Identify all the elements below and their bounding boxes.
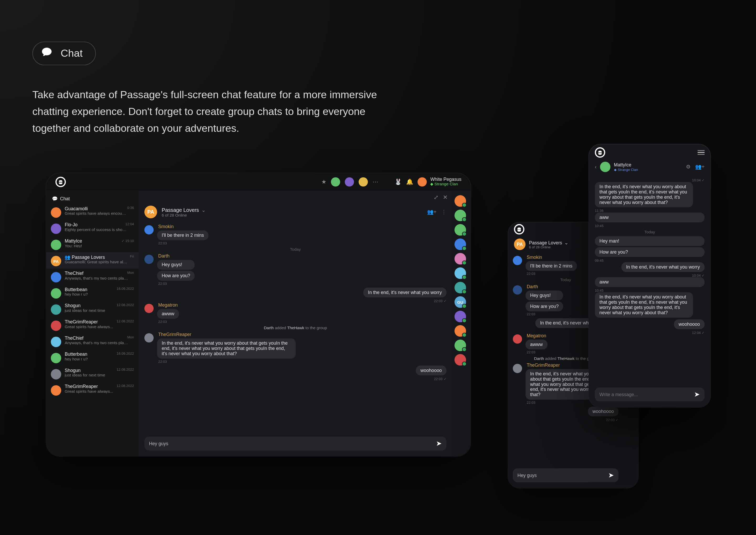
current-user[interactable]: White Pegasus ◆ Strange Clan [418, 177, 462, 187]
conversation-item[interactable]: MattyIceYou: Hey!✓ 15:10 [46, 236, 139, 253]
message-author: Darth [527, 284, 563, 289]
message-input[interactable] [600, 392, 694, 397]
timestamp: 22:03 [158, 282, 195, 285]
add-member-icon[interactable]: 👥+ [427, 209, 436, 215]
more-icon[interactable]: ⋮ [441, 209, 446, 215]
close-icon[interactable]: ✕ [443, 194, 448, 200]
conversation-item[interactable]: PA👥 Passage LoversGuacamolli: Great spir… [46, 252, 139, 268]
message-input[interactable] [518, 473, 608, 478]
member-avatar[interactable]: GU [454, 296, 466, 308]
user-clan: ◆ Strange Clan [430, 182, 461, 187]
conversation-item[interactable]: Butterbeanhey how r u?16.09.2022 [46, 350, 139, 366]
message-avatar [144, 255, 154, 264]
conversation-item[interactable]: TheChiefAnyways, that's my two cents pla… [46, 268, 139, 285]
own-bubble: In the end, it's never what you worry [363, 288, 446, 297]
timestamp: 22:03 [527, 351, 547, 354]
chat-icon: 💬 [52, 196, 58, 202]
section-pill: Chat [32, 42, 96, 65]
own-bubble: woohoooo [588, 407, 618, 416]
conversation-item[interactable]: TheGrimReaperGreat spirits have always..… [46, 317, 139, 333]
conversation-item[interactable]: Shogunjust ideas for next time12.08.2022 [46, 301, 139, 317]
conversation-item[interactable]: Flo-JoEighty percent of success is showi… [46, 220, 139, 236]
timestamp: 09:45 [595, 259, 705, 262]
member-avatar[interactable] [454, 239, 466, 250]
timestamp: 22:03 [158, 320, 179, 324]
chat-bubble-icon [41, 46, 52, 61]
member-avatar[interactable] [454, 253, 466, 265]
member-avatar[interactable] [454, 311, 466, 323]
timestamp: 22:03 [527, 272, 577, 275]
expand-icon[interactable]: ⤢ [434, 194, 438, 200]
timestamp: 10:04 ✓ [595, 273, 705, 277]
send-icon[interactable]: ➤ [608, 471, 614, 479]
member-avatar[interactable] [454, 282, 466, 294]
message-bubble: How are you? [595, 247, 705, 257]
send-icon[interactable]: ➤ [436, 439, 442, 448]
message-bubble: Hey guys! [157, 260, 195, 269]
conversation-item[interactable]: TheGrimReaperGreat spirits have always..… [46, 382, 139, 398]
group-name[interactable]: Passage Lovers ⌄ [162, 207, 206, 213]
message-author: Darth [158, 254, 195, 259]
message-bubble: In the end, it's never what you worry ab… [157, 338, 295, 359]
own-bubble: In the end, it's never what you worry [622, 262, 705, 272]
day-divider: Today [144, 247, 446, 251]
message-author: Megatron [527, 333, 547, 338]
topbar-avatar[interactable] [345, 177, 354, 186]
message-avatar [144, 304, 154, 313]
timestamp: 12:04 ✓ [595, 330, 705, 334]
chevron-down-icon: ⌄ [201, 207, 206, 213]
group-name[interactable]: Passage Lovers ⌄ [529, 240, 568, 245]
timestamp: 22:03 ✓ [514, 418, 618, 422]
app-logo-icon [595, 147, 605, 158]
conversation-item[interactable]: Butterbeanhey how r u?16.09.2022 [46, 285, 139, 301]
member-avatar[interactable] [454, 268, 466, 279]
group-avatar: PA [514, 239, 525, 250]
send-icon[interactable]: ➤ [694, 390, 700, 399]
timestamp: 22:03 ✓ [145, 377, 446, 380]
topbar-avatar[interactable] [359, 177, 368, 186]
timestamp: 22:03 [158, 360, 296, 363]
app-logo-icon [55, 177, 66, 187]
conversation-item[interactable]: GuacamolliGreat spirits have always enco… [46, 204, 139, 220]
timestamp: 10:45 [595, 289, 705, 292]
member-avatar[interactable] [454, 210, 466, 221]
group-status: 6 of 28 Online [529, 245, 568, 249]
message-avatar [513, 334, 522, 344]
chat-title: MattyIce [614, 162, 638, 167]
member-avatar[interactable] [454, 340, 466, 351]
message-bubble: I'll be there in 2 mins [157, 231, 209, 240]
message-avatar [513, 364, 522, 373]
member-avatar[interactable] [454, 325, 466, 337]
message-author: Smokin [527, 255, 577, 260]
members-rail: GU [452, 191, 471, 456]
member-avatar[interactable] [454, 354, 466, 366]
member-avatar[interactable] [454, 224, 466, 236]
add-icon[interactable]: 👥+ [695, 164, 705, 170]
settings-icon[interactable]: ⚙ [686, 164, 691, 170]
star-icon[interactable]: ★ [321, 179, 326, 185]
section-label: Chat [61, 47, 83, 59]
back-icon[interactable]: ‹ [595, 164, 597, 170]
bell-icon[interactable]: 🔔 [406, 179, 413, 185]
topbar-avatar[interactable] [331, 177, 340, 186]
conversation-item[interactable]: TheChiefAnyways, that's my two cents pla… [46, 333, 139, 350]
message-author: Smokin [158, 224, 209, 229]
message-bubble: In the end, it's never what you worry ab… [595, 182, 693, 208]
menu-icon[interactable] [698, 150, 705, 155]
more-icon[interactable]: ⋯ [373, 179, 378, 185]
user-name: White Pegasus [430, 177, 461, 182]
bunny-icon[interactable]: 🐰 [395, 179, 401, 185]
app-logo-icon [514, 224, 524, 235]
message-avatar [513, 285, 522, 295]
own-bubble: woohoooo [416, 366, 446, 376]
message-bubble: aww [595, 212, 705, 222]
member-avatar[interactable] [454, 195, 466, 207]
message-input-row: ➤ [144, 436, 446, 450]
message-bubble: How are you? [525, 301, 563, 311]
section-copy: Take advantage of Passage's full-screen … [32, 87, 402, 136]
message-bubble: How are you? [157, 271, 195, 281]
conversation-item[interactable]: Shogunjust ideas for next time12.08.2022 [46, 366, 139, 382]
message-input[interactable] [149, 441, 436, 446]
message-row: SmokinI'll be there in 2 mins22:03 [144, 224, 446, 245]
timestamp: 22:03 [158, 241, 209, 245]
